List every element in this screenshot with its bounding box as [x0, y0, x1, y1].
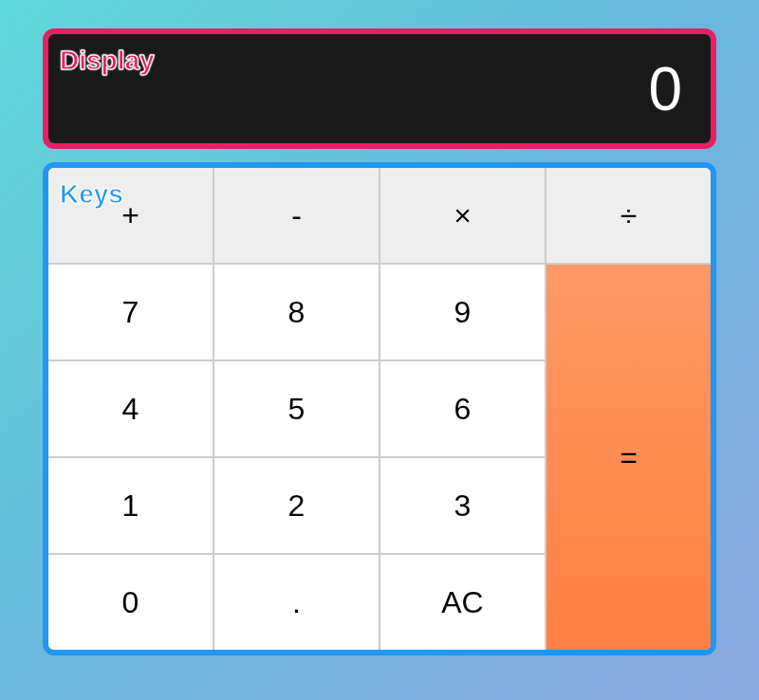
digit-2-button[interactable]: 2	[214, 458, 379, 553]
multiply-button[interactable]: ×	[380, 168, 545, 263]
calculator: Display 0 Keys + - × ÷ 7 8 9 = 4 5 6 1 2…	[43, 28, 716, 655]
keys-grid: + - × ÷ 7 8 9 = 4 5 6 1 2 3 0 . AC	[48, 168, 711, 650]
digit-7-button[interactable]: 7	[48, 265, 213, 359]
equals-button[interactable]: =	[546, 265, 711, 650]
decimal-button[interactable]: .	[214, 555, 379, 650]
display-value: 0	[48, 34, 711, 143]
keys-section: Keys + - × ÷ 7 8 9 = 4 5 6 1 2 3 0 . AC	[43, 162, 716, 655]
digit-1-button[interactable]: 1	[48, 458, 213, 553]
divide-button[interactable]: ÷	[546, 168, 711, 263]
digit-9-button[interactable]: 9	[380, 265, 545, 359]
subtract-button[interactable]: -	[214, 168, 379, 263]
digit-6-button[interactable]: 6	[380, 361, 545, 456]
digit-8-button[interactable]: 8	[214, 265, 379, 359]
digit-4-button[interactable]: 4	[48, 361, 213, 456]
clear-button[interactable]: AC	[380, 555, 545, 650]
digit-5-button[interactable]: 5	[214, 361, 379, 456]
add-button[interactable]: +	[48, 168, 213, 263]
display-section: Display 0	[43, 28, 716, 149]
digit-0-button[interactable]: 0	[48, 555, 213, 650]
digit-3-button[interactable]: 3	[380, 458, 545, 553]
